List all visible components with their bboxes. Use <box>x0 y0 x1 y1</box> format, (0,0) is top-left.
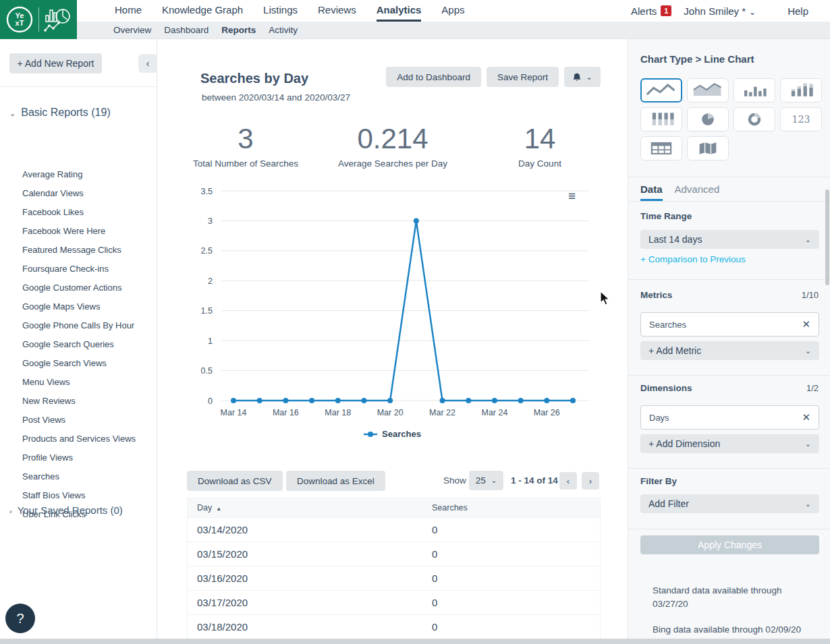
chart-type-stacked-bar-button[interactable] <box>640 107 682 131</box>
user-menu[interactable]: John Smiley *⌄ <box>684 5 756 17</box>
nav-apps[interactable]: Apps <box>441 0 464 22</box>
report-list-item[interactable]: Post Views <box>22 411 136 430</box>
help-fab-button[interactable]: ? <box>5 604 35 633</box>
report-list-item[interactable]: Featured Message Clicks <box>22 241 136 260</box>
chart-type-map-button[interactable] <box>687 136 729 160</box>
chart-type-column-button[interactable] <box>734 78 775 103</box>
report-list-item[interactable]: Products and Services Views <box>22 430 136 448</box>
prev-page-button[interactable]: ‹ <box>559 472 577 490</box>
chart-type-table-button[interactable] <box>640 136 682 160</box>
tab-advanced[interactable]: Advanced <box>675 183 720 201</box>
save-report-button[interactable]: Save Report <box>487 67 559 87</box>
stat-label: Total Number of Searches <box>193 158 298 169</box>
add-dimension-select[interactable]: + Add Dimension ⌄ <box>640 434 819 453</box>
subnav-dashboard[interactable]: Dashboard <box>164 22 209 38</box>
alerts-menu[interactable]: Alerts 1 <box>631 5 671 17</box>
download-excel-button[interactable]: Download as Excel <box>286 471 385 491</box>
metrics-label: Metrics <box>640 290 672 300</box>
subnav-reports[interactable]: Reports <box>221 22 256 38</box>
horizontal-scrollbar-track[interactable] <box>0 639 830 644</box>
day-header-label: Day <box>197 503 212 513</box>
comparison-link[interactable]: + Comparison to Previous <box>640 254 746 264</box>
summary-stats: 3 Total Number of Searches 0.214 Average… <box>157 123 628 171</box>
page-size-select[interactable]: 25 ⌄ <box>469 471 503 490</box>
svg-text:2.5: 2.5 <box>201 246 213 256</box>
basic-reports-header[interactable]: ⌄Basic Reports (19) <box>9 107 111 119</box>
stacked-column-chart-icon <box>782 80 820 100</box>
chevron-left-icon: ‹ <box>567 476 570 486</box>
chevron-down-icon: ⌄ <box>805 500 811 508</box>
report-list-item[interactable]: Google Search Queries <box>22 335 136 354</box>
report-list-item[interactable]: Calendar Views <box>22 184 136 203</box>
metric-chip-searches[interactable]: Searches ✕ <box>640 312 819 336</box>
chart-type-title: Chart Type > Line Chart <box>640 53 754 65</box>
nav-analytics[interactable]: Analytics <box>377 0 422 22</box>
chevron-right-icon: › <box>9 507 12 515</box>
report-list-item[interactable]: Profile Views <box>22 448 136 467</box>
chevron-down-icon: ⌄ <box>586 73 592 82</box>
nav-reviews[interactable]: Reviews <box>318 0 356 22</box>
dimensions-label: Dimensions <box>640 383 692 393</box>
tab-data[interactable]: Data <box>640 183 663 201</box>
chart-type-pie-button[interactable] <box>687 107 729 131</box>
alert-subscribe-button[interactable]: ⌄ <box>564 67 601 87</box>
nav-knowledge-graph[interactable]: Knowledge Graph <box>162 0 243 22</box>
sidebar-divider <box>0 86 157 87</box>
metric-chip-label: Searches <box>649 320 686 330</box>
column-header-day[interactable]: Day▲ <box>188 503 432 513</box>
chevron-right-icon: › <box>589 476 592 486</box>
add-new-report-button[interactable]: + Add New Report <box>9 53 102 74</box>
add-filter-select[interactable]: Add Filter ⌄ <box>640 494 819 513</box>
chevron-down-icon: ⌄ <box>491 477 497 484</box>
chart-type-donut-button[interactable] <box>734 107 775 131</box>
subnav-activity[interactable]: Activity <box>269 22 298 38</box>
report-list-item[interactable]: Staff Bios Views <box>22 486 136 505</box>
chart-type-area-button[interactable] <box>687 78 729 103</box>
nav-home[interactable]: Home <box>115 0 142 22</box>
chart-legend[interactable]: Searches <box>157 429 628 439</box>
column-chart-icon <box>736 80 773 100</box>
report-list-item[interactable]: New Reviews <box>22 392 136 411</box>
panel-scrollbar-thumb[interactable] <box>825 189 829 285</box>
report-list-item[interactable]: Menu Views <box>22 373 136 392</box>
svg-text:3.5: 3.5 <box>201 187 213 196</box>
area-chart-icon <box>689 80 727 100</box>
dimension-chip-days[interactable]: Days ✕ <box>640 405 819 430</box>
stat-value: 14 <box>518 123 561 154</box>
download-csv-button[interactable]: Download as CSV <box>187 471 283 491</box>
report-list-item[interactable]: Searches <box>22 467 136 486</box>
chart-type-number-button[interactable]: 123 <box>780 107 822 131</box>
time-range-select[interactable]: Last 14 days ⌄ <box>640 230 819 249</box>
stat-value: 0.214 <box>338 123 447 154</box>
apply-changes-button[interactable]: Apply Changes <box>640 535 819 554</box>
report-list-item[interactable]: Google Customer Actions <box>22 279 136 297</box>
report-list-item[interactable]: Google Search Views <box>22 354 136 373</box>
yext-logo[interactable]: Ye xT <box>0 0 77 39</box>
subnav-overview[interactable]: Overview <box>113 22 151 38</box>
saved-reports-header[interactable]: ›Your Saved Reports (0) <box>9 504 123 516</box>
add-to-dashboard-button[interactable]: Add to Dashboard <box>386 67 481 87</box>
report-list-item[interactable]: Facebook Were Here <box>22 222 136 241</box>
remove-dimension-icon[interactable]: ✕ <box>802 411 810 423</box>
chart-type-stacked-column-button[interactable] <box>780 78 822 103</box>
report-list-item[interactable]: Average Rating <box>22 165 136 184</box>
nav-listings[interactable]: Listings <box>263 0 298 22</box>
report-list-item[interactable]: Foursquare Check-ins <box>22 260 136 279</box>
collapse-sidebar-button[interactable]: ‹ <box>138 54 157 73</box>
chart-context-menu-icon[interactable]: ≡ <box>568 191 576 202</box>
add-metric-select[interactable]: + Add Metric ⌄ <box>640 341 819 360</box>
report-list-item[interactable]: Google Phone Calls By Hour <box>22 316 136 335</box>
column-header-searches[interactable]: Searches <box>432 503 468 513</box>
cell-day: 03/15/2020 <box>188 548 432 560</box>
svg-text:123: 123 <box>792 114 810 125</box>
number-chart-icon: 123 <box>782 109 820 129</box>
report-list-item[interactable]: Google Maps Views <box>22 297 136 316</box>
next-page-button[interactable]: › <box>582 472 599 490</box>
filter-by-label: Filter By <box>640 476 677 486</box>
help-link[interactable]: Help <box>787 5 808 17</box>
report-list-item[interactable]: Facebook Likes <box>22 203 136 222</box>
panel-tabs: Data Advanced <box>640 183 719 201</box>
remove-metric-icon[interactable]: ✕ <box>802 318 810 330</box>
chart-type-line-button[interactable] <box>640 78 682 103</box>
table-row: 03/16/2020 0 <box>188 566 600 590</box>
